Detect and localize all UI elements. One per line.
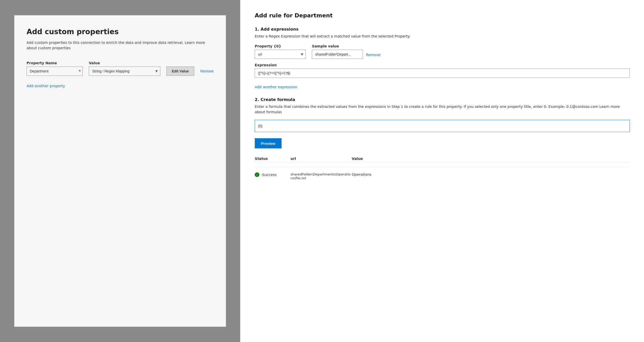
expression-field-group: Expression — [255, 63, 630, 83]
page-title: Add custom properties — [27, 28, 214, 36]
step1-description: Enter a Regex Expression that will extra… — [255, 34, 630, 39]
property-name-group: Property Name * — [27, 61, 83, 76]
remove-expression-link[interactable]: Remove — [366, 53, 381, 59]
property-field-label: Property {0} — [255, 44, 306, 48]
remove-button[interactable]: Remove — [200, 67, 214, 76]
property-dropdown-wrapper: url title description ▼ — [255, 50, 306, 59]
value-label: Value — [89, 61, 160, 65]
property-dropdown[interactable]: url title description — [255, 50, 306, 59]
step1-heading: 1. Add expressions — [255, 27, 630, 32]
table-row: -Success sharedFolder\Departments\Operat… — [255, 171, 630, 181]
value-column-header: Value — [352, 157, 403, 161]
property-field-group: Property {0} url title description ▼ — [255, 44, 306, 59]
page-description: Add custom properties to this connection… — [27, 40, 214, 51]
sample-value-field-group: Sample value Remove — [312, 44, 381, 59]
step2-description: Enter a formula that combines the extrac… — [255, 104, 630, 115]
edit-value-button[interactable]: Edit Value — [166, 67, 194, 76]
success-icon — [255, 172, 259, 177]
value-select-wrapper: String / Regex Mapping Static Value Look… — [89, 67, 160, 76]
add-another-property-link[interactable]: Add another property — [27, 84, 65, 88]
left-panel: Add custom properties Add custom propert… — [0, 0, 240, 342]
value-cell: Operations — [352, 171, 403, 178]
sample-value-group: Remove — [312, 50, 381, 59]
property-name-input[interactable] — [27, 67, 83, 76]
value-group: Value String / Regex Mapping Static Valu… — [89, 61, 160, 76]
formula-input[interactable] — [255, 120, 630, 132]
step2-heading: 2. Create formula — [255, 97, 630, 102]
right-panel: Add rule for Department 1. Add expressio… — [240, 0, 644, 342]
rule-title: Add rule for Department — [255, 12, 630, 19]
preview-button[interactable]: Preview — [255, 138, 282, 148]
sample-value-input[interactable] — [312, 50, 363, 59]
url-cell: sharedFolder\Departments\Operations\file… — [290, 171, 352, 181]
sample-value-label: Sample value — [312, 44, 381, 48]
property-name-label: Property Name — [27, 61, 83, 65]
required-indicator: * — [79, 69, 81, 73]
status-text: -Success — [261, 173, 276, 177]
results-table-header: Status url Value — [255, 157, 630, 163]
property-form-row: Property Name * Value String / Regex Map… — [27, 61, 214, 76]
step1-fields-row: Property {0} url title description ▼ Sam… — [255, 44, 630, 59]
url-column-header: url — [290, 157, 352, 161]
add-expression-link[interactable]: Add another expression — [255, 85, 297, 89]
value-select[interactable]: String / Regex Mapping Static Value Look… — [89, 67, 160, 76]
expression-label: Expression — [255, 63, 630, 67]
status-cell: -Success — [255, 171, 290, 178]
table-divider — [255, 167, 630, 167]
expression-input[interactable] — [255, 69, 630, 78]
status-column-header: Status — [255, 157, 290, 161]
